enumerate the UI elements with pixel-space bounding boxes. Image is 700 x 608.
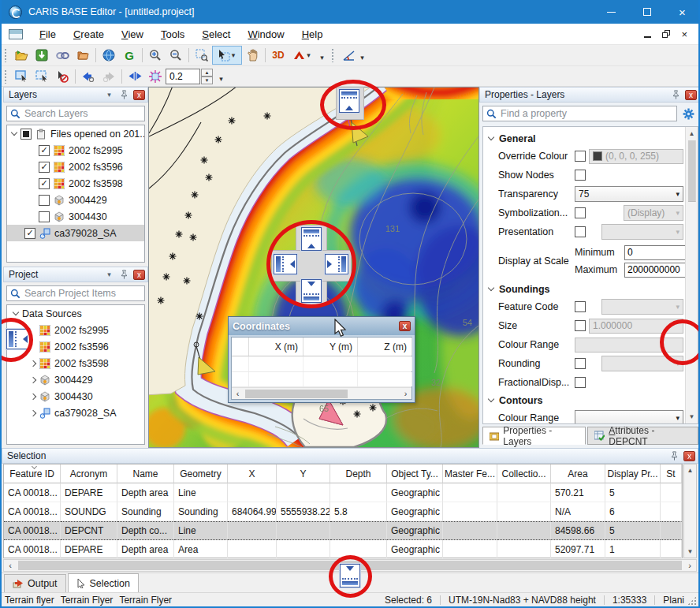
cell[interactable]: Sounding xyxy=(117,502,174,521)
coordinates-hscrollbar[interactable]: ‹ › xyxy=(232,387,411,399)
3d-view-button[interactable]: 3D xyxy=(268,46,289,65)
toolbar2-overflow-dropdown[interactable]: ▾ xyxy=(218,75,225,83)
cell[interactable]: DEPARE xyxy=(61,483,117,502)
tab-selection[interactable]: Selection xyxy=(68,573,139,592)
zoom-window-button[interactable] xyxy=(192,46,212,65)
toolbar-grip-2[interactable] xyxy=(331,48,335,62)
col-master-feature[interactable]: Master Fe... xyxy=(443,464,497,483)
coord-row[interactable] xyxy=(232,372,411,388)
swap-selection-button[interactable] xyxy=(125,67,145,86)
layer-item[interactable]: 2002 fs3598 xyxy=(7,175,144,192)
fractional-display-checkbox[interactable] xyxy=(575,377,586,388)
cell[interactable]: CA 00018... xyxy=(4,483,61,502)
col-feature-id[interactable]: Feature ID xyxy=(4,464,61,483)
size-checkbox[interactable] xyxy=(575,320,586,331)
cell-selected[interactable]: DEPCNT xyxy=(61,521,117,540)
cell[interactable]: SOUNDG xyxy=(61,502,117,521)
col-x[interactable]: X xyxy=(228,464,277,483)
col-object-type[interactable]: Object Ty... xyxy=(387,464,443,483)
expander-icon[interactable] xyxy=(30,409,36,416)
tab-output[interactable]: Output xyxy=(4,574,66,592)
find-property-input[interactable]: Find a property xyxy=(482,106,677,121)
cell[interactable] xyxy=(228,483,277,502)
dock-bottom-button[interactable] xyxy=(340,564,360,587)
dock-left-button[interactable] xyxy=(6,329,30,349)
close-button[interactable]: × xyxy=(665,0,700,24)
layers-close-icon[interactable]: x xyxy=(133,90,145,100)
cell[interactable]: Geographic xyxy=(387,502,443,521)
maximum-input[interactable] xyxy=(624,263,685,278)
measure-overflow-dropdown[interactable]: ▾ xyxy=(359,54,366,62)
flyer-tool-dropdown[interactable]: ▾ xyxy=(305,51,312,59)
cell-selected[interactable]: CA 00018... xyxy=(4,521,61,540)
feature-code-checkbox[interactable] xyxy=(575,301,586,312)
cell[interactable] xyxy=(330,540,387,559)
project-pin-icon[interactable] xyxy=(118,269,130,280)
menu-select[interactable]: Select xyxy=(193,25,239,43)
select-by-rectangle-button[interactable] xyxy=(11,67,32,86)
cell[interactable] xyxy=(228,540,277,559)
pan-tool-button[interactable] xyxy=(242,46,262,65)
status-flyer-2[interactable]: Terrain Flyer xyxy=(58,595,117,606)
properties-pin-icon[interactable] xyxy=(670,89,682,100)
layer-item[interactable]: 2002 fs3596 xyxy=(7,159,144,175)
cell-selected[interactable]: 5 xyxy=(605,521,661,540)
cell[interactable]: CA 00018... xyxy=(4,540,61,559)
dock-top-button[interactable] xyxy=(339,89,359,113)
select-tool-dropdown[interactable]: ▾ xyxy=(230,51,237,59)
layer-item[interactable]: 2002 fs2995 xyxy=(7,142,144,159)
col-depth[interactable]: Depth xyxy=(330,464,387,483)
cell[interactable] xyxy=(330,483,387,502)
presentation-checkbox[interactable] xyxy=(575,226,586,237)
tolerance-input[interactable] xyxy=(166,69,200,84)
toolbar-grip[interactable] xyxy=(4,48,8,62)
cell[interactable] xyxy=(497,540,551,559)
cell[interactable]: 5555938.22 xyxy=(277,502,330,521)
cell[interactable]: Depth area xyxy=(117,540,174,559)
cell-selected[interactable]: Geographic xyxy=(387,521,443,540)
select-tool-button[interactable]: ▾ xyxy=(212,46,242,65)
layer-checkbox[interactable] xyxy=(39,178,50,189)
zoom-out-button[interactable] xyxy=(166,46,186,65)
expander-icon[interactable] xyxy=(11,129,17,136)
coord-row[interactable] xyxy=(232,356,411,372)
snap-tolerance-button[interactable] xyxy=(145,67,166,86)
google-earth-button[interactable]: G xyxy=(119,46,140,65)
properties-panel-header[interactable]: Properties - Layers x xyxy=(479,87,700,103)
section-general[interactable]: General xyxy=(483,130,683,147)
child-close-button[interactable]: × xyxy=(681,28,687,40)
scroll-left-icon[interactable]: ‹ xyxy=(4,561,17,570)
project-close-icon[interactable]: x xyxy=(133,270,145,280)
col-y[interactable]: Y xyxy=(277,464,330,483)
layers-search-input[interactable]: Search Layers xyxy=(6,106,145,121)
col-collection[interactable]: Collectio... xyxy=(497,464,551,483)
scroll-left-icon[interactable]: ‹ xyxy=(232,389,244,398)
symbolization-checkbox[interactable] xyxy=(575,207,586,218)
selection-vscrollbar[interactable]: ▲▼ xyxy=(683,464,697,558)
layer-item-selected[interactable]: ca379028_SA xyxy=(7,225,144,241)
maximize-button[interactable] xyxy=(629,0,665,24)
project-item[interactable]: 2002 fs3598 xyxy=(7,355,144,371)
cell[interactable] xyxy=(497,483,551,502)
layer-checkbox[interactable] xyxy=(39,162,50,173)
measure-angle-button[interactable] xyxy=(338,46,359,65)
project-panel-header[interactable]: Project ▾ x xyxy=(3,267,148,282)
cell[interactable] xyxy=(497,502,551,521)
dock-center-right-button[interactable] xyxy=(325,254,348,274)
scroll-right-icon[interactable]: › xyxy=(400,389,411,398)
coordinates-close-icon[interactable]: x xyxy=(399,321,411,331)
cell[interactable]: Geographic xyxy=(387,483,443,502)
cell-selected[interactable] xyxy=(228,521,277,540)
project-search-input[interactable]: Search Project Items xyxy=(6,285,145,301)
contours-colour-range-dropdown[interactable]: ▾ xyxy=(575,410,683,423)
tab-attributes-depcnt[interactable]: Attributes - DEPCNT xyxy=(587,427,698,445)
cell-selected[interactable] xyxy=(330,521,387,540)
col-name[interactable]: Name xyxy=(117,464,174,483)
cell[interactable]: 5 xyxy=(605,483,661,502)
rounding-checkbox[interactable] xyxy=(575,358,586,369)
layer-checkbox[interactable] xyxy=(24,228,35,239)
col-acronym[interactable]: Acronym xyxy=(61,464,117,483)
col-geometry[interactable]: Geometry xyxy=(174,464,228,483)
minimum-input[interactable] xyxy=(624,245,685,260)
cell[interactable] xyxy=(443,483,497,502)
